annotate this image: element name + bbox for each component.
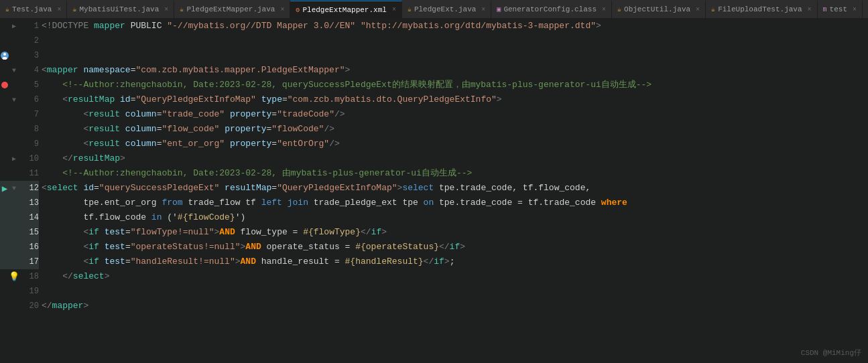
line-num-6: 6 [19, 95, 39, 104]
line-18-gutter: 💡 18 [0, 269, 39, 284]
tab-file-upload-test[interactable]: ☕ FileUploadTest.java × [706, 1, 817, 18]
line-6-gutter: ▼ 6 [0, 92, 39, 107]
code-content[interactable]: <!DOCTYPE mapper PUBLIC "-//mybatis.org/… [39, 19, 868, 363]
code-line-11: <!--Author:zhengchaobin, Date:2023-02-28… [42, 166, 868, 181]
tab-close-1[interactable]: × [57, 6, 61, 13]
line-13-gutter: 13 [0, 196, 39, 210]
code-line-2 [42, 33, 868, 48]
java-icon-5: ☕ [617, 5, 621, 13]
tab-close-5[interactable]: × [481, 6, 485, 13]
tab-close-3[interactable]: × [280, 6, 284, 13]
line-num-16: 16 [19, 242, 39, 252]
class-icon: ▣ [497, 5, 501, 13]
tab-pledge-ext-mapper-java[interactable]: ☕ PledgeExtMapper.java × [174, 1, 290, 18]
tab-pledge-ext-java[interactable]: ☕ PledgeExt.java × [402, 1, 491, 18]
code-line-7: <result column="trade_code" property="tr… [42, 107, 868, 122]
line-num-4: 4 [19, 66, 39, 75]
svg-point-18 [3, 57, 7, 60]
code-line-20: </mapper> [42, 299, 868, 313]
fold-icon-1: ▶ [12, 22, 16, 30]
tab-object-util[interactable]: ☕ ObjectUtil.java × [612, 1, 706, 18]
tab-test-java[interactable]: ☕ Test.java × [0, 1, 67, 18]
line-11-gutter: 11 [0, 166, 39, 181]
code-line-14: tf.flow_code in ('#{flowCode}') [42, 210, 868, 225]
line-19-gutter: 19 [0, 284, 39, 299]
tab-mybatis-ui-test[interactable]: ☕ MybatisUiTest.java × [67, 1, 174, 18]
line-1-gutter: ▶ 1 [0, 19, 39, 33]
fold-icon-6: ▼ [12, 96, 16, 104]
line-10-gutter: ▶ 10 [0, 151, 39, 166]
line-num-18: 18 [19, 272, 39, 281]
tab-close-2[interactable]: × [164, 6, 168, 13]
line-num-15: 15 [19, 228, 39, 237]
code-line-17: <if test="handleResult!=null">AND handle… [42, 255, 868, 269]
line-5-gutter: 5 [0, 78, 39, 92]
avatar-icon [0, 51, 9, 60]
java-icon-2: ☕ [72, 5, 76, 13]
code-line-18: </select> [42, 269, 868, 284]
line-16-gutter: 16 [0, 240, 39, 255]
java-icon-3: ☕ [180, 5, 184, 13]
code-line-3 [42, 48, 868, 63]
csdn-watermark: CSDN @MiMing仔 [801, 348, 861, 358]
code-line-15: <if test="flowType!=null">AND flow_type … [42, 225, 868, 240]
fold-icon-12: ▼ [12, 185, 16, 192]
line-num-5: 5 [19, 80, 39, 90]
java-icon-6: ☕ [711, 5, 715, 13]
line-12-gutter: ▶ ▼ 12 [0, 181, 39, 196]
fold-icon-10: ▶ [12, 155, 16, 163]
line-3-gutter: 3 [0, 48, 39, 63]
line-num-12: 12 [19, 184, 39, 193]
line-8-gutter: 8 [0, 122, 39, 137]
line-num-20: 20 [19, 301, 39, 311]
breakpoint-5 [1, 82, 8, 88]
java-icon-4: ☕ [408, 5, 412, 13]
line-7-gutter: 7 [0, 107, 39, 122]
code-line-16: <if test="operateStatus!=null">AND opera… [42, 240, 868, 255]
code-line-19 [42, 284, 868, 299]
fold-icon-4: ▼ [12, 67, 16, 74]
line-9-gutter: 9 [0, 137, 39, 151]
tab-close-6[interactable]: × [602, 6, 606, 13]
code-line-4: <mapper namespace="com.zcb.mybatis.mappe… [42, 63, 868, 78]
code-line-10: </resultMap> [42, 151, 868, 166]
line-2-gutter: 2 [0, 33, 39, 48]
java-icon: ☕ [5, 5, 9, 13]
code-line-9: <result column="ent_or_org" property="en… [42, 137, 868, 151]
editor: ▶ 1 2 3 ▼ [0, 19, 868, 363]
line-num-11: 11 [19, 169, 39, 178]
line-num-17: 17 [19, 257, 39, 267]
m-icon: m [823, 6, 827, 13]
line-num-9: 9 [19, 139, 39, 149]
tab-close-7[interactable]: × [696, 6, 700, 13]
line-num-10: 10 [19, 154, 39, 163]
line-num-1: 1 [19, 21, 39, 31]
line-num-8: 8 [19, 125, 39, 134]
tab-close-9[interactable]: × [853, 6, 857, 13]
line-num-13: 13 [19, 198, 39, 208]
warning-icon-18: 💡 [9, 271, 19, 282]
tab-pledge-ext-mapper-xml[interactable]: ⚙ PledgeExtMapper.xml × [290, 1, 401, 18]
tab-m-test[interactable]: m test × [818, 1, 863, 18]
line-num-19: 19 [19, 287, 39, 296]
code-line-6: <resultMap id="QueryPledgeExtInfoMap" ty… [42, 92, 868, 107]
line-num-7: 7 [19, 110, 39, 119]
tab-generator-config[interactable]: ▣ GeneratorConfig.class × [491, 1, 612, 18]
line-14-gutter: 14 [0, 210, 39, 225]
line-num-3: 3 [19, 51, 39, 60]
line-4-gutter: ▼ 4 [0, 63, 39, 78]
line-gutter: ▶ 1 2 3 ▼ [0, 19, 39, 363]
code-line-1: <!DOCTYPE mapper PUBLIC "-//mybatis.org/… [42, 19, 868, 33]
line-num-2: 2 [19, 36, 39, 46]
tab-close-8[interactable]: × [808, 6, 812, 13]
tab-close-4[interactable]: × [392, 6, 396, 13]
code-line-13: tpe.ent_or_org from trade_flow tf left j… [42, 196, 868, 210]
debug-arrow-12: ▶ [2, 183, 7, 194]
tab-bar: ☕ Test.java × ☕ MybatisUiTest.java × ☕ P… [0, 0, 868, 19]
code-line-8: <result column="flow_code" property="flo… [42, 122, 868, 137]
code-line-5: <!--Author:zhengchaobin, Date:2023-02-28… [42, 78, 868, 92]
line-20-gutter: 20 [0, 299, 39, 313]
code-line-12: <select id="querySuccessPledgeExt" resul… [42, 181, 868, 196]
line-num-14: 14 [19, 213, 39, 222]
svg-point-17 [3, 53, 6, 56]
